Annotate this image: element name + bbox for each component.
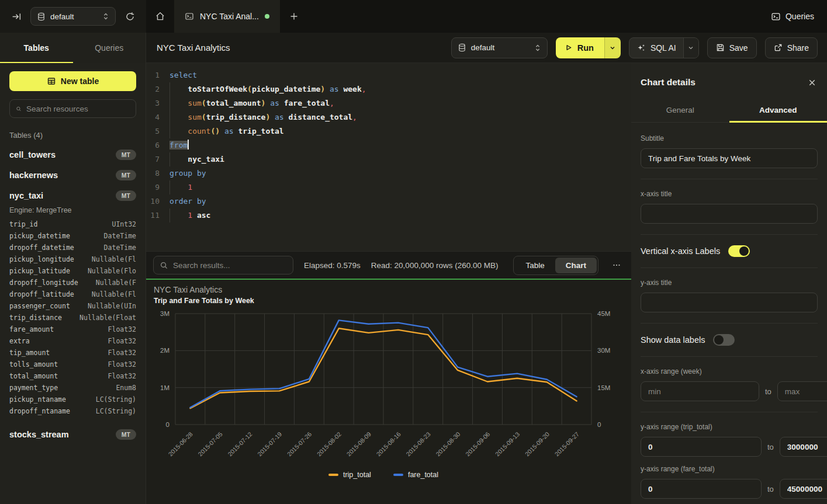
new-table-button[interactable]: New table — [9, 71, 136, 91]
home-button[interactable] — [146, 0, 174, 33]
y-range-fare-max-input[interactable] — [780, 479, 827, 499]
x-axis-label: 2015-09-06 — [464, 430, 492, 458]
sql-ai-button[interactable]: SQL AI — [629, 37, 699, 58]
x-axis-label: 2015-07-12 — [226, 430, 254, 458]
run-button-main[interactable]: Run — [556, 37, 604, 58]
column-name: pickup_longitude — [9, 255, 74, 263]
tab-advanced[interactable]: Advanced — [729, 99, 827, 122]
column-row: dropoff_ntanameLC(String) — [9, 407, 136, 419]
line-number: 6 — [146, 138, 169, 152]
refresh-button[interactable] — [122, 8, 138, 25]
subtitle-input[interactable] — [641, 148, 818, 168]
column-row: dropoff_longitudeNullable(F — [9, 279, 136, 290]
queries-icon — [771, 12, 781, 22]
toolbar-database-selector[interactable]: default — [451, 37, 548, 58]
run-options-button[interactable] — [604, 37, 621, 58]
left-axis-tick: 2M — [160, 347, 169, 354]
column-list: trip_idUInt32pickup_datetimeDateTimedrop… — [9, 220, 136, 419]
x-range-max-input[interactable] — [777, 381, 827, 401]
line-number: 11 — [146, 208, 169, 223]
x-axis-title-input[interactable] — [641, 204, 818, 224]
table-row[interactable]: cell_towersMT — [9, 150, 136, 160]
share-button-label: Share — [787, 43, 809, 53]
table-name: stocks_stream — [9, 430, 69, 439]
sql-ai-options-button[interactable] — [683, 38, 698, 58]
editor-line: 8group by — [146, 166, 631, 180]
sql-ai-main[interactable]: SQL AI — [629, 38, 683, 58]
new-table-label: New table — [61, 77, 99, 86]
right-axis-tick: 45M — [597, 310, 610, 317]
divider — [641, 234, 818, 235]
chart-details-header: Chart details — [631, 63, 827, 99]
search-icon — [160, 261, 168, 270]
y-range-trip-max-input[interactable] — [780, 437, 827, 457]
save-button[interactable]: Save — [707, 37, 757, 58]
column-type: Float32 — [108, 372, 136, 380]
main-area: 1select2 toStartOfWeek(pickup_datetime) … — [146, 63, 631, 504]
table-row[interactable]: hackernewsMT — [9, 170, 136, 180]
sql-editor[interactable]: 1select2 toStartOfWeek(pickup_datetime) … — [146, 63, 631, 251]
editor-line: 10order by — [146, 194, 631, 208]
column-name: pickup_ntaname — [9, 395, 66, 404]
sidebar-tab-queries[interactable]: Queries — [73, 33, 146, 63]
database-icon — [458, 43, 466, 52]
chart-details-panel: Chart details General Advanced Subtitle … — [631, 63, 827, 504]
x-axis-label: 2015-09-20 — [524, 430, 551, 458]
y-range-trip-min-input[interactable] — [641, 437, 762, 457]
table-row[interactable]: nyc_taxiMT — [9, 190, 136, 201]
x-axis-label: 2015-08-09 — [345, 430, 373, 458]
legend-item-trip_total[interactable]: trip_total — [328, 471, 371, 479]
new-tab-button[interactable] — [280, 0, 308, 33]
tab-nyc-taxi-analytics[interactable]: NYC Taxi Anal... — [174, 0, 280, 33]
x-axis-label: 2015-07-19 — [256, 430, 283, 458]
text-cursor — [188, 140, 189, 150]
top-bar-right: Queries — [771, 0, 827, 33]
x-axis-range-label: x-axis range (week) — [641, 367, 818, 376]
vertical-x-axis-labels-toggle[interactable] — [728, 245, 750, 257]
x-axis-label: 2015-08-30 — [434, 430, 462, 458]
resource-search-input[interactable] — [26, 105, 130, 113]
query-title: NYC Taxi Analytics — [157, 43, 230, 53]
x-range-min-input[interactable] — [641, 381, 759, 401]
rows-read: Read: 20,000,000 rows (260.00 MB) — [371, 261, 499, 270]
legend-label: trip_total — [343, 471, 371, 479]
run-button[interactable]: Run — [556, 37, 621, 58]
database-selector[interactable]: default — [30, 7, 116, 26]
chart-view-button[interactable]: Chart — [555, 258, 597, 273]
results-view-toggle: Table Chart — [513, 256, 598, 275]
tab-general[interactable]: General — [631, 99, 729, 122]
y-axis-range-fare-label: y-axis range (fare_total) — [641, 465, 818, 473]
x-axis-label: 2015-08-16 — [375, 430, 402, 458]
chart-details-title: Chart details — [641, 77, 695, 88]
x-axis-label: 2015-08-23 — [404, 430, 432, 458]
tables-list: cell_towersMThackernewsMTnyc_taxiMTEngin… — [9, 150, 136, 440]
show-data-labels-toggle[interactable] — [713, 334, 735, 346]
column-row: tolls_amountFloat32 — [9, 360, 136, 372]
results-more-button[interactable] — [609, 260, 624, 270]
column-type: Nullable(Fl — [92, 290, 136, 298]
sidebar-tab-tables[interactable]: Tables — [0, 33, 73, 63]
close-icon[interactable] — [808, 78, 816, 87]
queries-button[interactable]: Queries — [771, 12, 814, 22]
line-number: 1 — [146, 68, 169, 82]
table-view-button[interactable]: Table — [515, 258, 555, 273]
results-search-input[interactable] — [173, 261, 287, 270]
results-search[interactable] — [153, 256, 293, 274]
line-number: 8 — [146, 166, 169, 180]
table-engine: Engine: MergeTree — [9, 206, 136, 214]
y-range-fare-min-input[interactable] — [641, 479, 762, 499]
resource-search[interactable] — [9, 99, 136, 118]
column-row: dropoff_latitudeNullable(Fl — [9, 290, 136, 302]
column-name: dropoff_longitude — [9, 279, 78, 287]
table-row[interactable]: stocks_streamMT — [9, 429, 136, 440]
sidebar-tabs: Tables Queries — [0, 33, 146, 63]
collapse-sidebar-button[interactable] — [8, 8, 25, 25]
share-button[interactable]: Share — [765, 37, 818, 58]
y-axis-title-input[interactable] — [641, 293, 818, 312]
chart-details-tabs: General Advanced — [631, 99, 827, 123]
subtitle-field-label: Subtitle — [641, 134, 818, 142]
editor-line: 7 nyc_taxi — [146, 152, 631, 166]
show-data-labels-row: Show data labels — [641, 334, 818, 346]
legend-item-fare_total[interactable]: fare_total — [393, 471, 438, 479]
chart-panel: NYC Taxi Analytics Trip and Fare Totals … — [146, 279, 631, 503]
